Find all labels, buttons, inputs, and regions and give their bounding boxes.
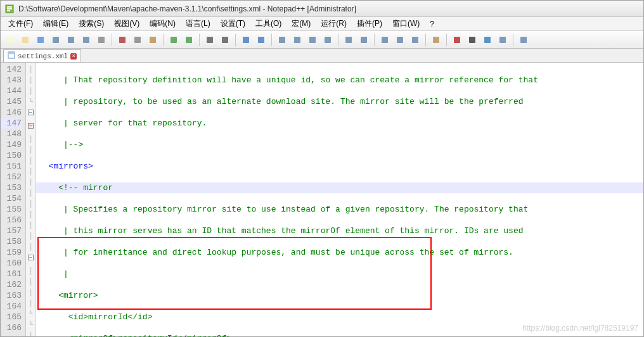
menu-item-10[interactable]: 插件(P) — [352, 17, 387, 30]
sync-icon[interactable] — [275, 33, 289, 47]
svg-rect-22 — [309, 37, 316, 43]
play-multi-icon[interactable] — [496, 33, 510, 47]
open-icon[interactable] — [18, 33, 32, 47]
menu-item-11[interactable]: 窗口(W) — [387, 17, 425, 30]
word-wrap-icon[interactable] — [290, 33, 304, 47]
fold-marker[interactable]: │ — [26, 177, 35, 188]
menu-item-2[interactable]: 搜索(S) — [74, 17, 109, 30]
fold-marker[interactable]: │ — [26, 166, 35, 177]
fold-marker[interactable]: │ — [26, 134, 35, 144]
line-number: 148 — [1, 129, 22, 139]
fold-marker[interactable]: │ — [26, 220, 35, 231]
toolbar-separator — [446, 34, 447, 46]
close-icon[interactable] — [64, 33, 78, 47]
menu-item-5[interactable]: 语言(L) — [181, 17, 216, 30]
zoom-out-icon[interactable] — [254, 33, 268, 47]
play-icon[interactable] — [480, 33, 494, 47]
file-tab[interactable]: settings.xml × — [3, 49, 81, 62]
fold-marker[interactable]: │ — [26, 209, 35, 220]
zoom-in-icon[interactable] — [239, 33, 253, 47]
svg-rect-7 — [53, 37, 59, 43]
line-number: 159 — [1, 247, 22, 258]
line-number: 165 — [1, 312, 22, 322]
fold-marker[interactable]: │ — [26, 155, 35, 166]
svg-rect-23 — [325, 37, 331, 43]
tab-label: settings.xml — [18, 53, 68, 60]
tab-close-icon[interactable]: × — [70, 53, 77, 60]
comment-icon[interactable] — [393, 33, 407, 47]
fold-marker[interactable]: └ — [26, 308, 35, 319]
fold-marker[interactable]: └ — [26, 96, 35, 107]
paste-icon[interactable] — [146, 33, 160, 47]
menu-item-3[interactable]: 视图(V) — [109, 17, 145, 30]
fold-marker[interactable]: − — [26, 255, 35, 265]
hidden-icon[interactable] — [378, 33, 392, 47]
replace-icon[interactable] — [218, 33, 232, 47]
toolbar-separator — [235, 34, 236, 46]
fold-all-icon[interactable] — [342, 33, 356, 47]
fold-marker[interactable]: − — [26, 123, 35, 134]
record-icon[interactable] — [450, 33, 464, 47]
fold-marker[interactable]: │ — [26, 287, 35, 298]
svg-rect-15 — [186, 37, 192, 43]
fold-marker[interactable]: │ — [26, 198, 35, 209]
svg-rect-2 — [7, 8, 12, 10]
svg-rect-18 — [243, 37, 249, 43]
toolbar-separator — [112, 34, 112, 46]
menu-item-8[interactable]: 宏(M) — [287, 17, 316, 30]
fold-marker[interactable]: − — [26, 110, 35, 120]
unfold-all-icon[interactable] — [357, 33, 371, 47]
redo-icon[interactable] — [182, 33, 196, 47]
fold-marker[interactable]: │ — [26, 265, 35, 276]
new-icon[interactable] — [3, 33, 17, 47]
svg-rect-21 — [294, 37, 300, 43]
fold-marker[interactable]: │ — [26, 241, 35, 252]
fold-marker[interactable]: │ — [26, 330, 35, 337]
fold-marker[interactable]: │ — [26, 144, 35, 155]
save-all-icon[interactable] — [49, 33, 63, 47]
fold-marker[interactable]: │ — [26, 231, 35, 241]
find-icon[interactable] — [203, 33, 217, 47]
fold-marker[interactable]: │ — [26, 64, 35, 75]
fold-marker[interactable]: │ — [26, 298, 35, 308]
menu-item-7[interactable]: 工具(O) — [250, 17, 287, 30]
fold-marker[interactable]: │ — [26, 188, 35, 198]
fold-marker[interactable]: │ — [26, 75, 35, 86]
fold-marker[interactable]: │ — [26, 276, 35, 287]
svg-rect-16 — [207, 37, 213, 43]
fold-marker[interactable]: └ — [26, 319, 35, 330]
code-content[interactable]: | That repository definition will have a… — [36, 63, 643, 336]
fold-marker[interactable]: │ — [26, 86, 35, 96]
line-number: 142 — [1, 64, 22, 75]
copy-icon[interactable] — [131, 33, 145, 47]
menu-item-12[interactable]: ? — [425, 18, 439, 30]
line-number: 152 — [1, 172, 22, 182]
eye-icon[interactable] — [429, 33, 443, 47]
menu-item-1[interactable]: 编辑(E) — [38, 17, 74, 30]
line-number: 156 — [1, 215, 22, 226]
toolbar-separator — [425, 34, 426, 46]
svg-rect-13 — [150, 37, 156, 43]
list-icon[interactable] — [517, 33, 531, 47]
svg-rect-8 — [68, 37, 74, 43]
menu-item-9[interactable]: 运行(R) — [316, 17, 352, 30]
cut-icon[interactable] — [115, 33, 129, 47]
line-number: 160 — [1, 258, 22, 269]
app-window: D:\Software\Development\Maven\apache-mav… — [0, 0, 644, 337]
indent-icon[interactable] — [321, 33, 335, 47]
menubar: 文件(F)编辑(E)搜索(S)视图(V)编码(N)语言(L)设置(T)工具(O)… — [1, 17, 643, 31]
menu-item-4[interactable]: 编码(N) — [145, 17, 181, 30]
menu-item-6[interactable]: 设置(T) — [216, 17, 250, 30]
save-icon[interactable] — [34, 33, 48, 47]
toolbar — [1, 31, 643, 49]
print-icon[interactable] — [94, 33, 108, 47]
uncomment-icon[interactable] — [408, 33, 422, 47]
line-number: 154 — [1, 193, 22, 204]
stop-icon[interactable] — [465, 33, 479, 47]
undo-icon[interactable] — [167, 33, 181, 47]
line-number: 144 — [1, 86, 22, 96]
menu-item-0[interactable]: 文件(F) — [3, 17, 38, 30]
svg-rect-29 — [433, 37, 439, 43]
show-all-icon[interactable] — [306, 33, 319, 47]
close-all-icon[interactable] — [79, 33, 93, 47]
